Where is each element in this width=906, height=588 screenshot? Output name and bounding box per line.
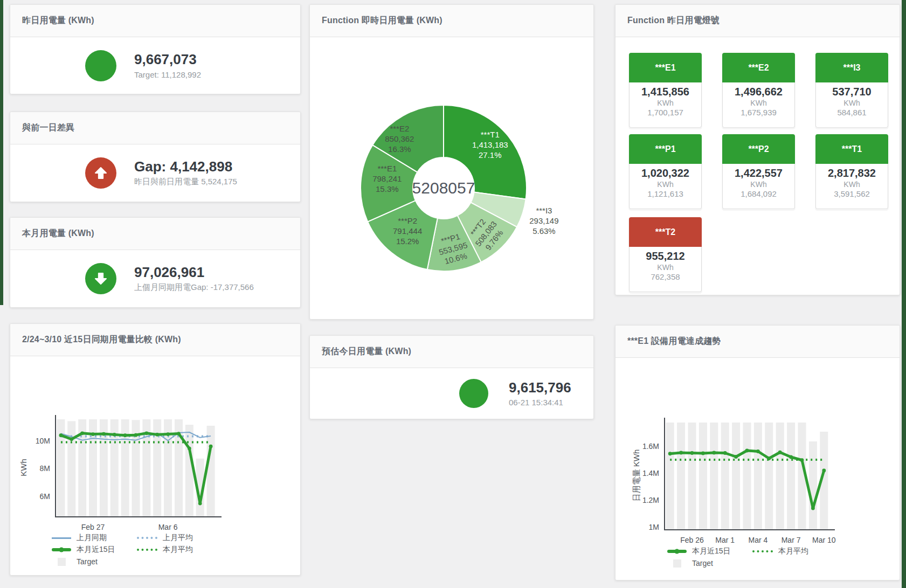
- series-point: [668, 452, 672, 455]
- stat-content: Gap: 4,142,898 昨日與前日用電量 5,524,175: [10, 144, 300, 202]
- target-bar: [699, 423, 707, 530]
- series-point: [59, 433, 63, 437]
- series-point: [811, 507, 815, 510]
- x-axis-tick: Feb 27: [81, 523, 105, 531]
- y-axis-tick: 1.6M: [642, 442, 659, 451]
- legend-item[interactable]: 本月平均: [752, 547, 808, 556]
- trend-chart: 1M1.2M1.4M1.6MFeb 26Mar 1Mar 4Mar 7Mar 1…: [615, 358, 900, 547]
- panel-header-month[interactable]: 本月用電量 (KWh): [10, 218, 300, 250]
- x-axis-tick: Mar 6: [158, 523, 178, 531]
- tile-unit: KWh: [723, 99, 794, 107]
- tile-unit: KWh: [630, 180, 701, 189]
- target-bar: [721, 423, 729, 530]
- tile-value: 537,710: [816, 86, 888, 98]
- stat-value: 9,667,073: [134, 52, 201, 67]
- panel-header-yesterday[interactable]: 昨日用電量 (KWh): [10, 5, 300, 37]
- panel-compare-chart: 2/24~3/10 近15日同期用電量比較 (KWh) 6M8M10MFeb 2…: [10, 323, 301, 576]
- legend-sample: [137, 537, 157, 539]
- panel-e1-trend: ***E1 設備用電達成趨勢 1M1.2M1.4M1.6MFeb 26Mar 1…: [615, 325, 900, 580]
- series-point: [800, 458, 804, 462]
- panel-header-estimate[interactable]: 預估今日用電量 (KWh): [310, 336, 593, 368]
- stat-value: Gap: 4,142,898: [134, 159, 237, 175]
- target-bar: [666, 423, 674, 530]
- tile-unit: KWh: [816, 99, 888, 107]
- target-bar: [809, 441, 817, 530]
- y-axis-label: KWh: [19, 459, 28, 476]
- stat-subtext: Target: 11,128,992: [134, 70, 201, 79]
- panel-title: ***E1 設備用電達成趨勢: [627, 336, 721, 347]
- tile-header: ***P2: [722, 134, 795, 164]
- light-tile-e2: ***E2 1,496,662 KWh 1,675,939: [722, 53, 795, 128]
- status-circle: [85, 157, 116, 189]
- x-axis-tick: Mar 10: [812, 536, 836, 544]
- series-point: [690, 451, 694, 455]
- light-tile-p2: ***P2 1,422,557 KWh 1,684,092: [722, 134, 795, 210]
- target-bar: [776, 423, 784, 530]
- legend-item[interactable]: 本月近15日: [667, 547, 752, 556]
- legend-sample: [667, 550, 687, 553]
- legend-sample: [58, 558, 66, 566]
- series-point: [123, 433, 127, 437]
- arrow-up-icon: [93, 165, 109, 181]
- panel-header-day-gap[interactable]: 與前一日差異: [10, 112, 300, 144]
- series-point: [712, 451, 716, 455]
- series-point: [209, 445, 213, 448]
- tile-value: 955,212: [630, 250, 701, 262]
- panel-header-lights[interactable]: Function 昨日用電燈號: [615, 5, 900, 37]
- legend-item[interactable]: 本月近15日: [52, 545, 137, 555]
- tile-unit: KWh: [630, 263, 701, 272]
- y-axis-tick: 10M: [36, 437, 50, 445]
- panel-header-trend[interactable]: ***E1 設備用電達成趨勢: [615, 326, 900, 358]
- stat-value: 97,026,961: [134, 265, 254, 280]
- panel-day-gap: 與前一日差異 Gap: 4,142,898 昨日與前日用電量 5,524,175: [10, 112, 301, 202]
- series-point: [701, 452, 705, 455]
- y-axis-tick: 6M: [40, 492, 50, 501]
- series-point: [155, 433, 159, 437]
- stat-subtext: 昨日與前日用電量 5,524,175: [134, 177, 237, 187]
- panel-daily-donut: Function 即時日用電量 (KWh) ***T11,413,18327.1…: [309, 4, 594, 320]
- stat-content: 97,026,961 上個月同期用電Gap: -17,377,566: [10, 250, 300, 307]
- legend-item[interactable]: 上月同期: [52, 533, 137, 543]
- series-point: [188, 447, 191, 451]
- series-point: [778, 451, 782, 454]
- window-edge-right: [902, 0, 906, 588]
- panel-header-compare[interactable]: 2/24~3/10 近15日同期用電量比較 (KWh): [10, 324, 300, 356]
- legend-item[interactable]: Target: [667, 559, 713, 568]
- y-axis-tick: 8M: [40, 464, 50, 473]
- series-point: [102, 432, 106, 436]
- target-bar: [710, 423, 718, 530]
- stat-content: 9,667,073 Target: 11,128,992: [10, 37, 300, 94]
- legend-item[interactable]: 本月平均: [137, 545, 193, 555]
- tile-value: 1,496,662: [723, 86, 794, 98]
- legend-label: Target: [77, 557, 98, 566]
- legend-item[interactable]: Target: [52, 557, 98, 566]
- series-point: [745, 449, 749, 453]
- donut-slice-label: ***I3293,1495.63%: [529, 206, 558, 236]
- target-bar: [754, 423, 762, 530]
- x-axis-tick: Feb 26: [680, 536, 704, 544]
- legend-label: 本月平均: [778, 547, 808, 556]
- compare-chart-legend: 上月同期上月平均本月近15日本月平均Target: [52, 532, 193, 568]
- light-tile-i3: ***I3 537,710 KWh 584,861: [815, 53, 888, 128]
- tile-header: ***T1: [815, 134, 888, 164]
- target-bar: [787, 423, 795, 530]
- daily-donut-chart: ***T11,413,18327.1%***I3293,1495.63%***T…: [310, 37, 594, 320]
- status-circle: [85, 50, 116, 81]
- series-point: [767, 456, 771, 460]
- tile-unit: KWh: [723, 180, 794, 189]
- tile-target: 1,684,092: [723, 189, 794, 198]
- y-axis-tick: 1M: [649, 523, 659, 531]
- panel-title: 與前一日差異: [22, 122, 74, 134]
- panel-header-donut[interactable]: Function 即時日用電量 (KWh): [310, 5, 593, 37]
- legend-item[interactable]: 上月平均: [137, 533, 193, 543]
- panel-lights: Function 昨日用電燈號 ***E1 1,415,856 KWh 1,70…: [615, 4, 900, 295]
- tile-header: ***T2: [629, 217, 702, 247]
- x-axis-tick: Mar 1: [715, 536, 735, 544]
- panel-yesterday-usage: 昨日用電量 (KWh) 9,667,073 Target: 11,128,992: [10, 4, 301, 94]
- panel-month-usage: 本月用電量 (KWh) 97,026,961 上個月同期用電Gap: -17,3…: [10, 217, 301, 308]
- target-bar: [207, 426, 215, 517]
- stat-subtext: 上個月同期用電Gap: -17,377,566: [134, 282, 254, 293]
- legend-sample: [752, 550, 773, 552]
- arrow-down-icon: [93, 271, 109, 287]
- series-point: [723, 451, 727, 455]
